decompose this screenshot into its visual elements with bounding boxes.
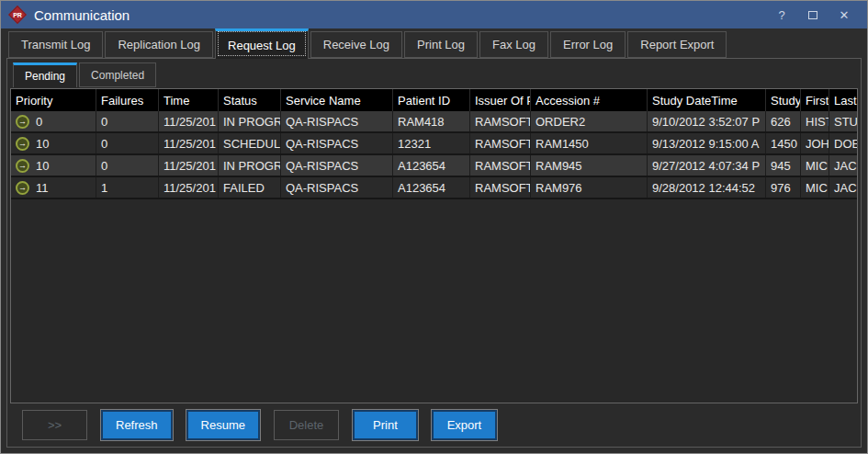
titlebar-buttons: ? ✕ [768,5,858,25]
priority-arrow-icon: → [16,181,29,195]
tab-print-log[interactable]: Print Log [404,31,478,58]
cell-time: 11/25/201 [159,155,219,176]
request-log-panel: Pending Completed Priority Failures Time… [6,58,862,448]
cell-patient-id: 12321 [393,133,470,153]
cell-failures: 0 [96,155,159,176]
print-button[interactable]: Print [353,410,418,440]
cell-priority: 11 [36,181,49,195]
cell-first: HIST [801,111,829,131]
cell-issuer: RAMSOFT [470,133,531,153]
column-header-study-datetime[interactable]: Study DateTime [648,89,766,111]
column-header-patient-id[interactable]: Patient ID [393,89,470,111]
cell-issuer: RAMSOFT [470,177,531,198]
cell-patient-id: A123654 [393,177,470,198]
more-button[interactable]: >> [22,410,87,440]
cell-time: 11/25/201 [159,111,219,131]
column-header-service-name[interactable]: Service Name [281,89,393,111]
tab-transmit-log[interactable]: Transmit Log [8,31,103,58]
request-log-table: Priority Failures Time Status Service Na… [10,88,858,403]
cell-service-name: QA-RISPACS [281,177,393,198]
cell-failures: 0 [96,111,159,131]
priority-arrow-icon: → [16,115,29,129]
cell-last: JACK [829,177,857,198]
delete-button[interactable]: Delete [274,410,339,440]
cell-accession: RAM976 [531,177,648,198]
refresh-button[interactable]: Refresh [101,410,173,440]
column-header-first[interactable]: First [801,89,829,111]
cell-study-datetime: 9/27/2012 4:07:34 P [648,155,766,176]
column-header-last[interactable]: Last [829,89,857,111]
table-header: Priority Failures Time Status Service Na… [11,89,857,111]
cell-status: IN PROGR [219,155,281,176]
tab-error-log[interactable]: Error Log [550,31,626,58]
cell-last: DOE [829,133,857,153]
title-bar: PR Communication ? ✕ [1,1,867,28]
cell-service-name: QA-RISPACS [281,133,393,153]
maximize-icon[interactable] [799,5,827,25]
cell-service-name: QA-RISPACS [281,155,393,176]
cell-priority: 10 [36,159,49,173]
cell-issuer: RAMSOFT [470,111,531,131]
cell-patient-id: A123654 [393,155,470,176]
priority-arrow-icon: → [16,137,29,151]
subtab-completed[interactable]: Completed [79,62,156,87]
tab-receive-log[interactable]: Receive Log [310,31,402,58]
column-header-accession[interactable]: Accession # [531,89,648,111]
priority-arrow-icon: → [16,159,29,173]
cell-status: SCHEDULI [219,133,281,153]
cell-issuer: RAMSOFT [470,155,531,176]
column-header-study[interactable]: Study [766,89,801,111]
cell-status: FAILED [219,177,281,198]
cell-accession: RAM1450 [531,133,648,153]
column-header-status[interactable]: Status [219,89,281,111]
cell-accession: RAM945 [531,155,648,176]
tab-report-export[interactable]: Report Export [627,31,727,58]
subtab-pending[interactable]: Pending [13,62,77,87]
cell-time: 11/25/201 [159,133,219,153]
cell-first: MIC [801,177,829,198]
table-row[interactable]: →11 1 11/25/201 FAILED QA-RISPACS A12365… [11,177,857,199]
export-button[interactable]: Export [432,410,497,440]
cell-accession: ORDER2 [531,111,648,131]
cell-service-name: QA-RISPACS [281,111,393,131]
resume-button[interactable]: Resume [186,410,260,440]
app-icon: PR [8,6,27,24]
app-icon-label: PR [13,12,22,18]
table-row[interactable]: →10 0 11/25/201 SCHEDULI QA-RISPACS 1232… [11,133,857,155]
column-header-time[interactable]: Time [159,89,219,111]
help-icon[interactable]: ? [768,5,795,25]
cell-failures: 1 [96,177,159,198]
cell-last: JACK [829,155,857,176]
column-header-priority[interactable]: Priority [11,89,96,111]
cell-study-datetime: 9/13/2012 9:15:00 A [648,133,766,153]
sub-tab-bar: Pending Completed [7,59,861,87]
cell-patient-id: RAM418 [393,111,470,131]
cell-first: JOH [801,133,829,153]
close-icon[interactable]: ✕ [830,5,858,25]
tab-request-log[interactable]: Request Log [215,28,309,59]
main-tab-bar: Transmit Log Replication Log Request Log… [1,28,867,58]
cell-last: STUD [829,111,857,131]
cell-study-datetime: 9/10/2012 3:52:07 P [648,111,766,131]
cell-study: 1450 [766,133,801,153]
column-header-issuer[interactable]: Issuer Of P [470,89,531,111]
cell-first: MIC [801,155,829,176]
cell-priority: 10 [36,137,49,151]
tab-fax-log[interactable]: Fax Log [479,31,548,58]
table-row[interactable]: →10 0 11/25/201 IN PROGR QA-RISPACS A123… [11,155,857,177]
cell-priority: 0 [36,115,42,129]
cell-study-datetime: 9/28/2012 12:44:52 [648,177,766,198]
cell-time: 11/25/201 [159,177,219,198]
column-header-failures[interactable]: Failures [96,89,159,111]
table-row[interactable]: →0 0 11/25/201 IN PROGR QA-RISPACS RAM41… [11,111,857,133]
action-button-bar: >> Refresh Resume Delete Print Export [7,407,861,447]
cell-study: 626 [766,111,801,131]
cell-study: 945 [766,155,801,176]
cell-status: IN PROGR [219,111,281,131]
cell-failures: 0 [96,133,159,153]
communication-window: PR Communication ? ✕ Transmit Log Replic… [0,0,868,454]
tab-replication-log[interactable]: Replication Log [105,31,213,58]
window-title: Communication [34,7,130,23]
cell-study: 976 [766,177,801,198]
